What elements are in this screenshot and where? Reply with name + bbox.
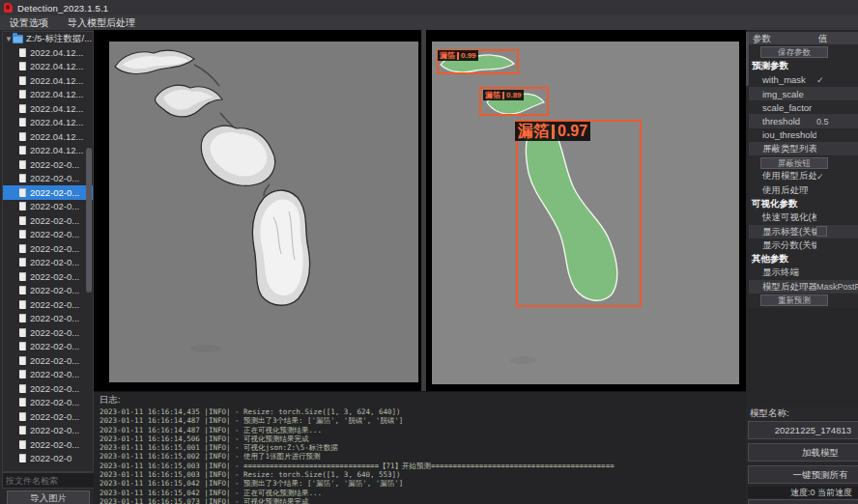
tree-item[interactable]: 2022-02-0...	[3, 325, 93, 340]
tree-item-label: 2022-02-0...	[30, 257, 79, 267]
tree-item[interactable]: 2022.04.12...	[3, 129, 93, 144]
postprocess-params-button[interactable]: 后处理参数设置	[748, 499, 858, 504]
tree-item-label: 2022.04.12...	[30, 61, 83, 71]
title-bar: Detection_2023.1.5.1	[0, 0, 858, 15]
log-header: 日志:	[94, 392, 746, 407]
param-row[interactable]: iou_threshold	[749, 128, 858, 142]
tree-item[interactable]: 2022-02-0...	[3, 297, 93, 312]
tree-root[interactable]: ▼ Z:/5-标注数据/...	[3, 32, 93, 45]
checkbox-unchecked[interactable]	[816, 226, 827, 237]
param-label: 显示分数(关键点)	[749, 239, 816, 252]
tree-item[interactable]: 2022.04.12...	[3, 144, 93, 158]
file-icon	[19, 202, 26, 210]
file-icon	[19, 286, 26, 294]
param-row[interactable]: 使用后处理	[749, 183, 858, 197]
tree-item[interactable]: 2022-02-0...	[3, 172, 93, 186]
param-row[interactable]: 显示分数(关键点)	[749, 238, 858, 252]
tree-item[interactable]: 2022-02-0...	[3, 269, 93, 284]
detection-score: 0.89	[506, 90, 522, 100]
folder-icon	[13, 35, 23, 43]
file-icon	[19, 244, 26, 253]
tree-item-label: 2022-02-0...	[30, 173, 79, 183]
param-row[interactable]: img_scale	[749, 87, 858, 100]
tree-item[interactable]: 2022.04.12...	[3, 73, 93, 88]
tree-item[interactable]: 2022-02-0...	[3, 396, 93, 410]
param-row[interactable]: 模型后处理器MaskPostProc	[749, 280, 858, 294]
param-row[interactable]: scale_factor	[749, 100, 858, 114]
param-row[interactable]: 显示终端	[749, 266, 858, 280]
load-model-button[interactable]: 加载模型	[748, 443, 858, 462]
param-row[interactable]: 快速可视化(检测)	[749, 211, 858, 225]
tree-item[interactable]: 2022-02-0...	[3, 228, 93, 242]
param-group-label: 可视化参数	[749, 198, 798, 210]
file-icon	[19, 62, 26, 70]
tree-item[interactable]: 2022-02-0...	[3, 312, 93, 326]
chevron-down-icon[interactable]: ▼	[5, 35, 13, 43]
tree-item[interactable]: 2022.04.12...	[3, 101, 93, 116]
file-icon	[19, 300, 26, 309]
param-row[interactable]: 使用模型后处理✓	[749, 170, 858, 183]
tree-scrollbar-thumb[interactable]	[86, 148, 92, 293]
tree-item[interactable]: 2022-02-0...	[3, 368, 93, 382]
tree-item[interactable]: 2022-02-0...	[3, 437, 93, 452]
file-icon	[19, 426, 26, 434]
param-row[interactable]: with_mask✓	[749, 73, 858, 87]
file-sidebar: ▼ Z:/5-标注数据/... 2022.04.12...2022.04.12.…	[0, 30, 95, 504]
tree-item[interactable]: 2022-02-0...	[3, 200, 93, 214]
tree-item[interactable]: 2022-02-0...	[3, 340, 93, 354]
tree-item[interactable]: 2022-02-0...	[3, 256, 93, 270]
param-action-button[interactable]: 保存参数	[760, 46, 828, 58]
file-icon	[19, 440, 26, 449]
label-divider	[552, 125, 555, 139]
import-image-button[interactable]: 导入图片	[7, 490, 90, 504]
original-image-panel[interactable]	[97, 30, 421, 391]
tree-item[interactable]: 2022-02-0...	[3, 381, 93, 396]
tree-item-label: 2022.04.12...	[30, 47, 83, 58]
param-row[interactable]: 屏蔽类型列表	[749, 142, 858, 155]
detection-overlay: 漏箔0.99漏箔0.89漏箔0.97	[432, 42, 739, 384]
prediction-image[interactable]: 漏箔0.99漏箔0.89漏箔0.97	[432, 42, 739, 384]
param-value: 0.5	[816, 117, 829, 126]
tree-item[interactable]: 2022-02-0	[3, 452, 93, 466]
tree-item[interactable]: 2022-02-0...	[3, 185, 93, 200]
param-row[interactable]: 显示标签(关键点)	[749, 225, 858, 238]
tree-item[interactable]: 2022-02-0...	[3, 284, 93, 298]
tree-item-label: 2022-02-0...	[30, 159, 79, 170]
param-row[interactable]: threshold0.5	[749, 114, 858, 127]
param-action-button[interactable]: 重新预测	[760, 294, 828, 306]
model-name-label: 模型名称:	[748, 406, 858, 419]
detection-box	[516, 120, 642, 307]
param-value	[816, 226, 827, 238]
value-column-header: 值	[818, 32, 828, 44]
original-image[interactable]	[109, 42, 418, 382]
tree-item-label: 2022.04.12...	[30, 75, 83, 86]
search-input[interactable]	[2, 472, 96, 489]
prediction-image-panel[interactable]: 漏箔0.99漏箔0.89漏箔0.97	[426, 30, 746, 391]
model-name-field[interactable]: 20221225_174813	[748, 421, 858, 439]
file-icon	[19, 328, 26, 337]
detection-class-name: 漏箔	[440, 50, 455, 61]
tree-item-label: 2022.04.12...	[30, 117, 83, 127]
tree-item[interactable]: 2022.04.12...	[3, 88, 93, 102]
tree-item[interactable]: 2022-02-0...	[3, 424, 93, 438]
tree-item-label: 2022.04.12...	[30, 131, 83, 142]
tree-item[interactable]: 2022-02-0...	[3, 213, 93, 228]
log-area[interactable]: 日志: 2023-01-11 16:16:14,435 |INFO| - Res…	[94, 391, 746, 504]
file-icon	[19, 272, 26, 281]
tree-item[interactable]: 2022-02-0...	[3, 241, 93, 256]
tree-item[interactable]: 2022-02-0...	[3, 157, 93, 172]
predict-all-button[interactable]: 一键预测所有	[748, 465, 858, 484]
detection-score: 0.97	[558, 122, 587, 141]
tree-item-label: 2022-02-0...	[30, 201, 79, 211]
tree-item[interactable]: 2022-02-0...	[3, 409, 93, 424]
param-row: 屏蔽按钮	[749, 155, 858, 169]
tree-item[interactable]: 2022.04.12...	[3, 45, 93, 60]
menu-item-import-postprocess[interactable]: 导入模型后处理	[58, 15, 145, 30]
tree-item[interactable]: 2022-02-0...	[3, 353, 93, 368]
menu-item-settings[interactable]: 设置选项	[0, 15, 58, 30]
tree-item[interactable]: 2022.04.12...	[3, 116, 93, 130]
param-action-button[interactable]: 屏蔽按钮	[760, 157, 828, 169]
tree-item[interactable]: 2022.04.12...	[3, 60, 93, 74]
file-tree[interactable]: ▼ Z:/5-标注数据/... 2022.04.12...2022.04.12.…	[2, 31, 94, 472]
param-label: 屏蔽类型列表	[749, 143, 816, 155]
